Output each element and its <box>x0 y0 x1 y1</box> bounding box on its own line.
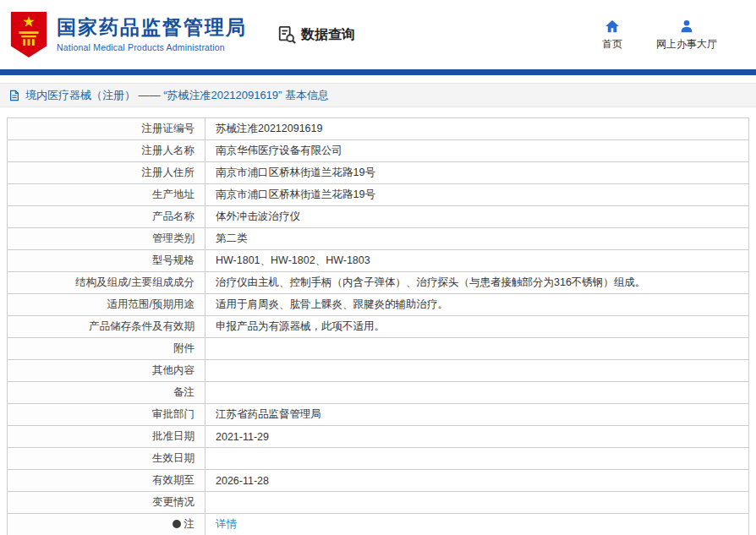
row-label: 批准日期 <box>8 426 205 448</box>
table-row: 注册证编号苏械注准20212091619 <box>8 118 749 140</box>
row-label: 附件 <box>8 338 205 360</box>
row-value: HW-1801、HW-1802、HW-1803 <box>205 250 749 272</box>
info-table-wrap: 注册证编号苏械注准20212091619注册人名称南京华伟医疗设备有限公司注册人… <box>0 107 756 535</box>
row-value: 江苏省药品监督管理局 <box>205 404 749 426</box>
row-label: 型号规格 <box>8 250 205 272</box>
table-row: 注册人住所南京市浦口区桥林街道兰花路19号 <box>8 162 749 184</box>
header-divider-bar <box>0 69 756 75</box>
registration-info-table: 注册证编号苏械注准20212091619注册人名称南京华伟医疗设备有限公司注册人… <box>7 117 749 535</box>
table-row: 生效日期 <box>8 448 749 470</box>
org-name-en: National Medical Products Administration <box>57 42 247 52</box>
online-hall-label: 网上办事大厅 <box>656 37 717 52</box>
row-label: 注册证编号 <box>8 118 205 140</box>
row-value <box>205 492 749 514</box>
row-label: 生产地址 <box>8 184 205 206</box>
row-label: 审批部门 <box>8 404 205 426</box>
data-query-nav[interactable]: 数据查询 <box>277 25 355 44</box>
row-value <box>205 360 749 382</box>
table-row: 适用范围/预期用途适用于肩周炎、肱骨上髁炎、跟腱炎的辅助治疗。 <box>8 294 749 316</box>
table-row: 附件 <box>8 338 749 360</box>
row-label: 变更情况 <box>8 492 205 514</box>
table-row: 注册人名称南京华伟医疗设备有限公司 <box>8 140 749 162</box>
row-value: 南京华伟医疗设备有限公司 <box>205 140 749 162</box>
logo-block: 国家药品监督管理局 National Medical Products Admi… <box>8 10 247 59</box>
note-bullet-icon <box>173 520 181 528</box>
row-label: 适用范围/预期用途 <box>8 294 205 316</box>
breadcrumb-text: 境内医疗器械（注册） —— “苏械注准20212091619” 基本信息 <box>25 88 329 103</box>
table-row: 批准日期2021-11-29 <box>8 426 749 448</box>
row-label: 管理类别 <box>8 228 205 250</box>
table-row: 注详情 <box>8 514 749 535</box>
row-label: 注册人住所 <box>8 162 205 184</box>
row-value: 申报产品为有源器械，此项不适用。 <box>205 316 749 338</box>
row-value: 2026-11-28 <box>205 470 749 492</box>
table-row: 型号规格HW-1801、HW-1802、HW-1803 <box>8 250 749 272</box>
table-row: 审批部门江苏省药品监督管理局 <box>8 404 749 426</box>
row-value <box>205 448 749 470</box>
row-label: 生效日期 <box>8 448 205 470</box>
org-name-cn: 国家药品监督管理局 <box>57 17 247 38</box>
data-query-icon <box>277 25 296 44</box>
row-value: 体外冲击波治疗仪 <box>205 206 749 228</box>
table-row: 生产地址南京市浦口区桥林街道兰花路19号 <box>8 184 749 206</box>
row-value <box>205 338 749 360</box>
table-row: 产品储存条件及有效期申报产品为有源器械，此项不适用。 <box>8 316 749 338</box>
row-label: 产品储存条件及有效期 <box>8 316 205 338</box>
table-row: 结构及组成/主要组成成分治疗仪由主机、控制手柄（内含子弹体）、治疗探头（与患者接… <box>8 272 749 294</box>
row-label: 结构及组成/主要组成成分 <box>8 272 205 294</box>
row-label: 注册人名称 <box>8 140 205 162</box>
row-value: 治疗仪由主机、控制手柄（内含子弹体）、治疗探头（与患者接触部分为316不锈钢）组… <box>205 272 749 294</box>
table-row: 变更情况 <box>8 492 749 514</box>
nmpa-emblem-icon <box>8 10 49 59</box>
row-value: 南京市浦口区桥林街道兰花路19号 <box>205 184 749 206</box>
row-value: 南京市浦口区桥林街道兰花路19号 <box>205 162 749 184</box>
row-value: 苏械注准20212091619 <box>205 118 749 140</box>
table-row: 其他内容 <box>8 360 749 382</box>
header-links: 首页 网上办事大厅 <box>602 19 756 52</box>
row-value: 适用于肩周炎、肱骨上髁炎、跟腱炎的辅助治疗。 <box>205 294 749 316</box>
user-icon <box>679 19 694 34</box>
table-row: 产品名称体外冲击波治疗仪 <box>8 206 749 228</box>
info-table-body: 注册证编号苏械注准20212091619注册人名称南京华伟医疗设备有限公司注册人… <box>8 118 749 535</box>
row-label: 其他内容 <box>8 360 205 382</box>
row-label: 注 <box>8 514 205 535</box>
row-value: 第二类 <box>205 228 749 250</box>
online-hall-link[interactable]: 网上办事大厅 <box>656 19 717 52</box>
row-label: 备注 <box>8 382 205 404</box>
org-names: 国家药品监督管理局 National Medical Products Admi… <box>57 17 247 52</box>
row-label: 产品名称 <box>8 206 205 228</box>
row-label: 有效期至 <box>8 470 205 492</box>
table-row: 管理类别第二类 <box>8 228 749 250</box>
data-query-label: 数据查询 <box>301 26 355 44</box>
row-value: 2021-11-29 <box>205 426 749 448</box>
home-link[interactable]: 首页 <box>602 19 622 52</box>
table-row: 有效期至2026-11-28 <box>8 470 749 492</box>
row-value: 详情 <box>205 514 749 535</box>
document-icon <box>8 90 20 101</box>
header: 国家药品监督管理局 National Medical Products Admi… <box>0 0 756 69</box>
home-icon <box>605 19 620 34</box>
table-row: 备注 <box>8 382 749 404</box>
home-label: 首页 <box>602 37 622 52</box>
detail-link[interactable]: 详情 <box>216 518 237 530</box>
row-value <box>205 382 749 404</box>
breadcrumb: 境内医疗器械（注册） —— “苏械注准20212091619” 基本信息 <box>0 83 756 107</box>
